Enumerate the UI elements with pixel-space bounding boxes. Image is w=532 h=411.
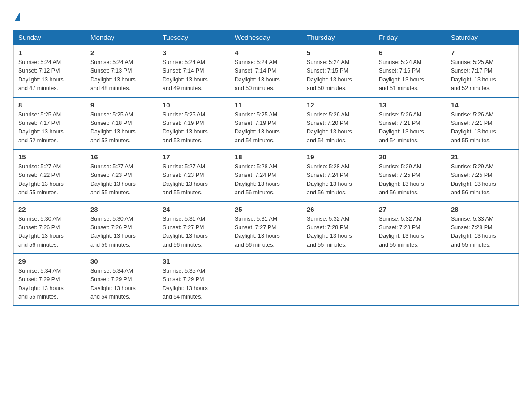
day-info: Sunrise: 5:26 AMSunset: 7:21 PMDaylight:…: [379, 111, 424, 144]
day-number: 18: [235, 153, 297, 161]
calendar-cell: 3Sunrise: 5:24 AMSunset: 7:14 PMDaylight…: [158, 45, 230, 97]
calendar-cell: 5Sunrise: 5:24 AMSunset: 7:15 PMDaylight…: [302, 45, 374, 97]
day-number: 15: [18, 153, 81, 161]
day-number: 6: [379, 49, 442, 56]
calendar-cell: 29Sunrise: 5:34 AMSunset: 7:29 PMDayligh…: [14, 253, 86, 306]
calendar-cell: 20Sunrise: 5:29 AMSunset: 7:25 PMDayligh…: [374, 149, 446, 201]
logo: [13, 9, 21, 21]
calendar-cell: 24Sunrise: 5:31 AMSunset: 7:27 PMDayligh…: [158, 201, 230, 254]
day-info: Sunrise: 5:33 AMSunset: 7:28 PMDaylight:…: [451, 216, 496, 248]
day-info: Sunrise: 5:24 AMSunset: 7:14 PMDaylight:…: [163, 59, 208, 91]
col-header-saturday: Saturday: [446, 30, 519, 45]
day-number: 13: [379, 101, 442, 109]
day-info: Sunrise: 5:27 AMSunset: 7:22 PMDaylight:…: [18, 163, 64, 196]
day-number: 14: [451, 101, 514, 109]
day-info: Sunrise: 5:25 AMSunset: 7:17 PMDaylight:…: [451, 59, 496, 91]
day-number: 23: [90, 206, 153, 213]
col-header-tuesday: Tuesday: [158, 30, 230, 45]
day-number: 1: [18, 49, 81, 56]
day-number: 24: [163, 206, 225, 213]
day-number: 31: [163, 257, 225, 265]
calendar-cell: 25Sunrise: 5:31 AMSunset: 7:27 PMDayligh…: [230, 201, 302, 254]
day-info: Sunrise: 5:25 AMSunset: 7:19 PMDaylight:…: [235, 111, 280, 144]
calendar-week-row: 29Sunrise: 5:34 AMSunset: 7:29 PMDayligh…: [14, 253, 519, 306]
calendar-cell: 23Sunrise: 5:30 AMSunset: 7:26 PMDayligh…: [86, 201, 158, 254]
day-number: 9: [90, 101, 153, 109]
day-info: Sunrise: 5:30 AMSunset: 7:26 PMDaylight:…: [18, 216, 64, 248]
day-number: 8: [18, 101, 81, 109]
col-header-friday: Friday: [374, 30, 446, 45]
day-number: 19: [307, 153, 369, 161]
calendar-cell: 15Sunrise: 5:27 AMSunset: 7:22 PMDayligh…: [14, 149, 86, 201]
col-header-monday: Monday: [86, 30, 158, 45]
calendar-week-row: 22Sunrise: 5:30 AMSunset: 7:26 PMDayligh…: [14, 201, 519, 254]
day-info: Sunrise: 5:29 AMSunset: 7:25 PMDaylight:…: [451, 163, 496, 196]
day-info: Sunrise: 5:24 AMSunset: 7:13 PMDaylight:…: [90, 59, 136, 91]
day-info: Sunrise: 5:35 AMSunset: 7:29 PMDaylight:…: [163, 268, 208, 300]
calendar-cell: 31Sunrise: 5:35 AMSunset: 7:29 PMDayligh…: [158, 253, 230, 306]
calendar-cell: 12Sunrise: 5:26 AMSunset: 7:20 PMDayligh…: [302, 97, 374, 150]
calendar-cell: [446, 253, 519, 306]
day-number: 27: [379, 206, 442, 213]
day-info: Sunrise: 5:27 AMSunset: 7:23 PMDaylight:…: [163, 163, 208, 196]
day-info: Sunrise: 5:30 AMSunset: 7:26 PMDaylight:…: [90, 216, 136, 248]
calendar-cell: 28Sunrise: 5:33 AMSunset: 7:28 PMDayligh…: [446, 201, 519, 254]
day-number: 16: [90, 153, 153, 161]
day-info: Sunrise: 5:32 AMSunset: 7:28 PMDaylight:…: [307, 216, 352, 248]
calendar-cell: 7Sunrise: 5:25 AMSunset: 7:17 PMDaylight…: [446, 45, 519, 97]
day-info: Sunrise: 5:25 AMSunset: 7:18 PMDaylight:…: [90, 111, 136, 144]
calendar-week-row: 15Sunrise: 5:27 AMSunset: 7:22 PMDayligh…: [14, 149, 519, 201]
calendar-cell: [230, 253, 302, 306]
day-number: 12: [307, 101, 369, 109]
logo-triangle-icon: [14, 13, 20, 21]
day-number: 26: [307, 206, 369, 213]
day-number: 21: [451, 153, 514, 161]
calendar-week-row: 8Sunrise: 5:25 AMSunset: 7:17 PMDaylight…: [14, 97, 519, 150]
calendar-cell: 13Sunrise: 5:26 AMSunset: 7:21 PMDayligh…: [374, 97, 446, 150]
day-number: 20: [379, 153, 442, 161]
calendar-cell: 6Sunrise: 5:24 AMSunset: 7:16 PMDaylight…: [374, 45, 446, 97]
day-number: 10: [163, 101, 225, 109]
day-info: Sunrise: 5:27 AMSunset: 7:23 PMDaylight:…: [90, 163, 136, 196]
day-info: Sunrise: 5:28 AMSunset: 7:24 PMDaylight:…: [307, 163, 352, 196]
day-info: Sunrise: 5:29 AMSunset: 7:25 PMDaylight:…: [379, 163, 424, 196]
day-info: Sunrise: 5:34 AMSunset: 7:29 PMDaylight:…: [90, 268, 136, 300]
day-info: Sunrise: 5:26 AMSunset: 7:21 PMDaylight:…: [451, 111, 496, 144]
day-number: 25: [235, 206, 297, 213]
day-number: 22: [18, 206, 81, 213]
day-number: 2: [90, 49, 153, 56]
day-number: 30: [90, 257, 153, 265]
day-info: Sunrise: 5:25 AMSunset: 7:19 PMDaylight:…: [163, 111, 208, 144]
day-number: 3: [163, 49, 225, 56]
day-number: 7: [451, 49, 514, 56]
calendar-cell: 10Sunrise: 5:25 AMSunset: 7:19 PMDayligh…: [158, 97, 230, 150]
day-info: Sunrise: 5:24 AMSunset: 7:16 PMDaylight:…: [379, 59, 424, 91]
calendar-cell: 17Sunrise: 5:27 AMSunset: 7:23 PMDayligh…: [158, 149, 230, 201]
calendar-cell: 11Sunrise: 5:25 AMSunset: 7:19 PMDayligh…: [230, 97, 302, 150]
day-number: 28: [451, 206, 514, 213]
calendar-cell: 26Sunrise: 5:32 AMSunset: 7:28 PMDayligh…: [302, 201, 374, 254]
day-number: 4: [235, 49, 297, 56]
day-info: Sunrise: 5:25 AMSunset: 7:17 PMDaylight:…: [18, 111, 64, 144]
day-info: Sunrise: 5:24 AMSunset: 7:14 PMDaylight:…: [235, 59, 280, 91]
calendar-cell: 14Sunrise: 5:26 AMSunset: 7:21 PMDayligh…: [446, 97, 519, 150]
col-header-thursday: Thursday: [302, 30, 374, 45]
calendar-cell: 8Sunrise: 5:25 AMSunset: 7:17 PMDaylight…: [14, 97, 86, 150]
calendar-cell: [374, 253, 446, 306]
calendar-cell: 2Sunrise: 5:24 AMSunset: 7:13 PMDaylight…: [86, 45, 158, 97]
day-number: 11: [235, 101, 297, 109]
day-number: 5: [307, 49, 369, 56]
calendar-cell: 16Sunrise: 5:27 AMSunset: 7:23 PMDayligh…: [86, 149, 158, 201]
day-number: 29: [18, 257, 81, 265]
col-header-wednesday: Wednesday: [230, 30, 302, 45]
day-info: Sunrise: 5:28 AMSunset: 7:24 PMDaylight:…: [235, 163, 280, 196]
calendar-cell: 9Sunrise: 5:25 AMSunset: 7:18 PMDaylight…: [86, 97, 158, 150]
calendar-cell: 27Sunrise: 5:32 AMSunset: 7:28 PMDayligh…: [374, 201, 446, 254]
day-info: Sunrise: 5:31 AMSunset: 7:27 PMDaylight:…: [163, 216, 208, 248]
page-header: [13, 9, 519, 21]
calendar-cell: 19Sunrise: 5:28 AMSunset: 7:24 PMDayligh…: [302, 149, 374, 201]
day-info: Sunrise: 5:31 AMSunset: 7:27 PMDaylight:…: [235, 216, 280, 248]
calendar-table: SundayMondayTuesdayWednesdayThursdayFrid…: [13, 30, 519, 306]
calendar-header-row: SundayMondayTuesdayWednesdayThursdayFrid…: [14, 30, 519, 45]
col-header-sunday: Sunday: [14, 30, 86, 45]
